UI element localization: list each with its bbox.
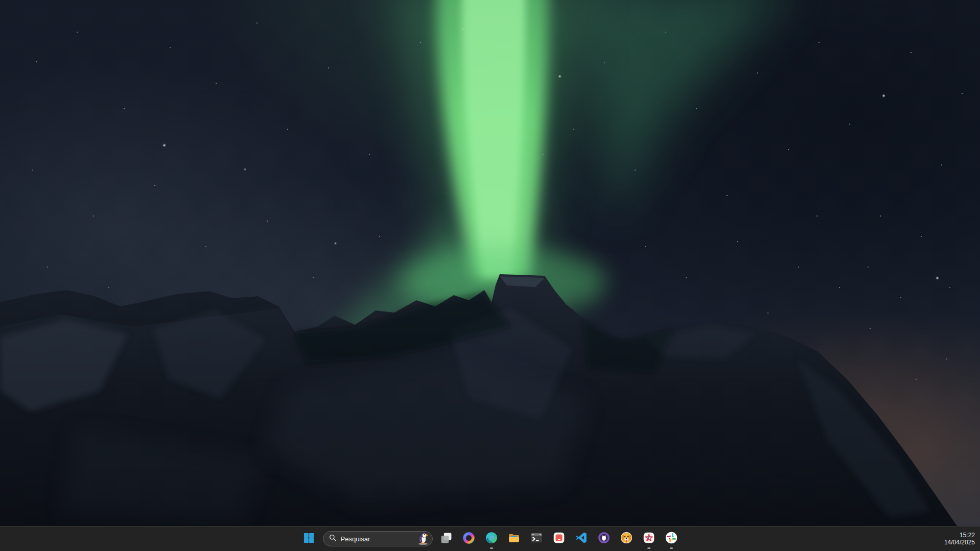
search-box[interactable]: Pesquisar [323, 531, 433, 546]
file-explorer-button[interactable] [503, 528, 525, 550]
running-indicator [490, 547, 493, 549]
mountains [0, 274, 973, 551]
clock-time: 15:22 [960, 532, 975, 539]
file-explorer-icon [507, 531, 521, 546]
clock-date: 14/04/2025 [944, 539, 975, 546]
search-icon [329, 534, 337, 544]
edge-icon [485, 531, 498, 546]
taskbar-clock[interactable]: 15:22 14/04/2025 [944, 526, 975, 551]
taskbar: Pesquisar [0, 526, 980, 551]
github-desktop-icon [597, 531, 611, 546]
search-highlight-puffin-image [417, 531, 429, 547]
task-view-button[interactable] [435, 528, 458, 550]
wallpaper-scene [0, 0, 980, 551]
star-app-button[interactable] [638, 528, 660, 550]
terminal-icon [530, 531, 543, 546]
edge-button[interactable] [480, 528, 503, 550]
copilot-icon [462, 532, 475, 546]
slack-icon [665, 531, 678, 546]
windows-logo-icon [303, 532, 315, 546]
terminal-button[interactable] [525, 528, 548, 550]
slack-button[interactable] [660, 528, 683, 550]
running-indicator [670, 547, 673, 549]
search-placeholder: Pesquisar [341, 535, 370, 543]
calendar-app-icon [552, 531, 566, 546]
vscode-icon [575, 531, 588, 546]
dog-mascot-app-button[interactable] [615, 528, 638, 550]
copilot-button[interactable] [458, 528, 480, 550]
desktop: Pesquisar [0, 0, 980, 551]
vscode-button[interactable] [570, 528, 593, 550]
running-indicator [647, 547, 650, 549]
taskbar-center-group: Pesquisar [298, 528, 683, 550]
star-app-icon [642, 531, 656, 546]
calendar-app-button[interactable] [548, 528, 570, 550]
start-button[interactable] [298, 528, 320, 550]
task-view-icon [440, 532, 453, 546]
github-desktop-button[interactable] [593, 528, 615, 550]
dog-mascot-icon [620, 531, 633, 546]
